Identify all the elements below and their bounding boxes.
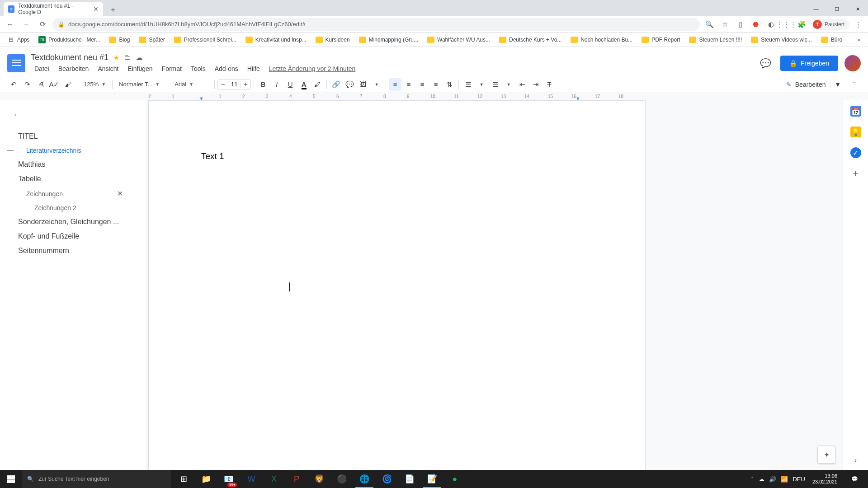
insert-comment-button[interactable]: 💬 [343, 78, 356, 91]
editing-mode-select[interactable]: ✎ Bearbeiten | ▼ [782, 79, 845, 90]
insert-link-button[interactable]: 🔗 [330, 78, 342, 91]
remove-outline-icon[interactable]: ✕ [117, 189, 137, 198]
bookmark-folder[interactable]: Kursideen [312, 35, 354, 45]
edge-app-icon[interactable]: 🌀 [376, 470, 398, 488]
align-left-button[interactable]: ≡ [389, 78, 401, 91]
bookmark-folder[interactable]: PDF Report [638, 35, 684, 45]
excel-app-icon[interactable]: X [263, 470, 285, 488]
onedrive-icon[interactable]: ☁ [759, 476, 764, 483]
star-icon[interactable]: ★ [113, 53, 119, 62]
bookmark-item[interactable]: mProduktsuche - Mer... [35, 34, 104, 45]
extension-icon-3[interactable]: ⋮⋮⋮ [780, 18, 793, 31]
bookmark-folder[interactable]: Noch hochladen Bu... [567, 35, 636, 45]
action-center-button[interactable]: 💬 [844, 470, 864, 488]
account-avatar[interactable] [844, 55, 861, 71]
zoom-select[interactable]: 125%▼ [80, 79, 109, 90]
underline-button[interactable]: U [284, 78, 297, 91]
word-app-icon[interactable]: W [241, 470, 262, 488]
outline-item[interactable]: Sonderzeichen, Gleichungen ... [0, 215, 146, 229]
close-window-button[interactable]: ✕ [847, 2, 868, 16]
volume-icon[interactable]: 🔊 [769, 476, 776, 483]
outline-item[interactable]: Zeichnungen 2 [0, 201, 146, 215]
menu-addons[interactable]: Add-ons [211, 63, 242, 74]
profile-paused-badge[interactable]: T Pausiert [811, 19, 849, 30]
document-scroll-area[interactable]: Text 1 [146, 100, 843, 470]
expand-sidepanel-button[interactable]: › [854, 456, 857, 465]
paint-format-button[interactable]: 🖌 [61, 78, 74, 91]
maximize-button[interactable]: ☐ [826, 2, 847, 16]
tasks-sidepanel-icon[interactable]: ✓ [850, 147, 861, 158]
task-view-icon[interactable]: ⊞ [173, 470, 194, 488]
menu-bearbeiten[interactable]: Bearbeiten [55, 63, 93, 74]
spotify-app-icon[interactable]: ● [444, 470, 466, 488]
decrease-font-button[interactable]: − [218, 80, 228, 89]
align-justify-button[interactable]: ≡ [429, 78, 442, 91]
bookmarks-overflow[interactable]: » [854, 35, 864, 45]
outline-item[interactable]: Kopf- und Fußzeile [0, 229, 146, 244]
outline-item[interactable]: Matthias [0, 157, 146, 172]
comments-button[interactable]: 💬 [758, 55, 774, 71]
document-page[interactable]: Text 1 [148, 100, 646, 470]
bookmark-star-icon[interactable]: ☆ [719, 18, 731, 31]
bookmark-folder[interactable]: Professionell Schrei... [170, 35, 240, 45]
increase-font-button[interactable]: + [241, 80, 250, 89]
keep-sidepanel-icon[interactable]: 💡 [850, 127, 861, 137]
bookmark-folder[interactable]: Kreativität und Insp... [242, 35, 310, 45]
bookmark-folder[interactable]: Mindmapping (Gru... [355, 35, 422, 45]
file-explorer-icon[interactable]: 📁 [195, 470, 217, 488]
decrease-indent-button[interactable]: ⇤ [516, 78, 528, 91]
bookmark-folder[interactable]: Steuern Lesen !!!! [685, 35, 745, 45]
outline-item[interactable]: Zeichnungen✕ [0, 186, 146, 201]
powerpoint-app-icon[interactable]: P [286, 470, 307, 488]
taskbar-search[interactable]: 🔍 Zur Suche Text hier eingeben [22, 470, 171, 488]
collapse-icon[interactable]: — [7, 146, 14, 154]
menu-einfuegen[interactable]: Einfügen [124, 63, 156, 74]
bookmark-folder[interactable]: Steuern Videos wic... [747, 35, 816, 45]
apps-shortcut[interactable]: ⊞Apps [4, 34, 33, 45]
undo-button[interactable]: ↶ [7, 78, 20, 91]
add-sidepanel-button[interactable]: + [850, 168, 861, 179]
numbered-list-dropdown-icon[interactable]: ▼ [475, 78, 488, 91]
menu-datei[interactable]: Datei [31, 63, 53, 74]
outline-item[interactable]: Literaturverzeichnis [0, 144, 146, 157]
share-button[interactable]: 🔒 Freigeben [780, 56, 838, 71]
image-dropdown-icon[interactable]: ▼ [370, 78, 383, 91]
spellcheck-button[interactable]: A✓ [48, 78, 61, 91]
bookmark-folder[interactable]: Büro [817, 35, 846, 45]
menu-hilfe[interactable]: Hilfe [244, 63, 264, 74]
document-text[interactable]: Text 1 [201, 151, 593, 161]
obs-app-icon[interactable]: ⚫ [331, 470, 353, 488]
insert-image-button[interactable]: 🖼 [357, 78, 369, 91]
paragraph-style-select[interactable]: Normaler T...▼ [115, 79, 165, 90]
hide-menus-button[interactable]: ˆ [848, 78, 861, 91]
browser-tab[interactable]: ≡ Textdokument neu #1 - Google D ✕ [4, 2, 103, 16]
notepad-app-icon[interactable]: 📝 [421, 470, 443, 488]
line-spacing-button[interactable]: ⇅ [443, 78, 456, 91]
browser-menu-button[interactable]: ⋮ [852, 18, 864, 31]
calendar-sidepanel-icon[interactable]: 📅 [850, 106, 861, 117]
reader-app-icon[interactable]: 📄 [399, 470, 420, 488]
bookmark-folder[interactable]: Später [135, 35, 168, 45]
extensions-button[interactable]: 🧩 [796, 18, 808, 31]
menu-ansicht[interactable]: Ansicht [94, 63, 122, 74]
bookmark-folder[interactable]: Wahlfächer WU Aus... [424, 35, 494, 45]
reader-icon[interactable]: ▯ [734, 18, 747, 31]
language-indicator[interactable]: DEU [793, 476, 805, 483]
zoom-icon[interactable]: 🔍 [703, 18, 716, 31]
reload-button[interactable]: ⟳ [36, 18, 49, 31]
outline-back-button[interactable]: ← [13, 110, 25, 123]
brave-app-icon[interactable]: 🦁 [308, 470, 330, 488]
document-title[interactable]: Textdokument neu #1 [31, 53, 108, 62]
redo-button[interactable]: ↷ [21, 78, 33, 91]
clear-formatting-button[interactable]: T [543, 78, 556, 91]
bookmark-folder[interactable]: Blog [105, 35, 133, 45]
outline-item[interactable]: Tabelle [0, 172, 146, 186]
start-button[interactable] [0, 470, 22, 488]
align-right-button[interactable]: ≡ [416, 78, 429, 91]
move-icon[interactable]: 🗀 [124, 53, 131, 61]
highlight-button[interactable]: 🖍 [311, 78, 324, 91]
mail-app-icon[interactable]: 📧99+ [218, 470, 240, 488]
menu-tools[interactable]: Tools [187, 63, 209, 74]
horizontal-ruler[interactable]: 2 1 1 2 3 4 5 6 7 8 9 10 11 12 13 14 15 … [148, 93, 646, 100]
align-center-button[interactable]: ≡ [402, 78, 415, 91]
